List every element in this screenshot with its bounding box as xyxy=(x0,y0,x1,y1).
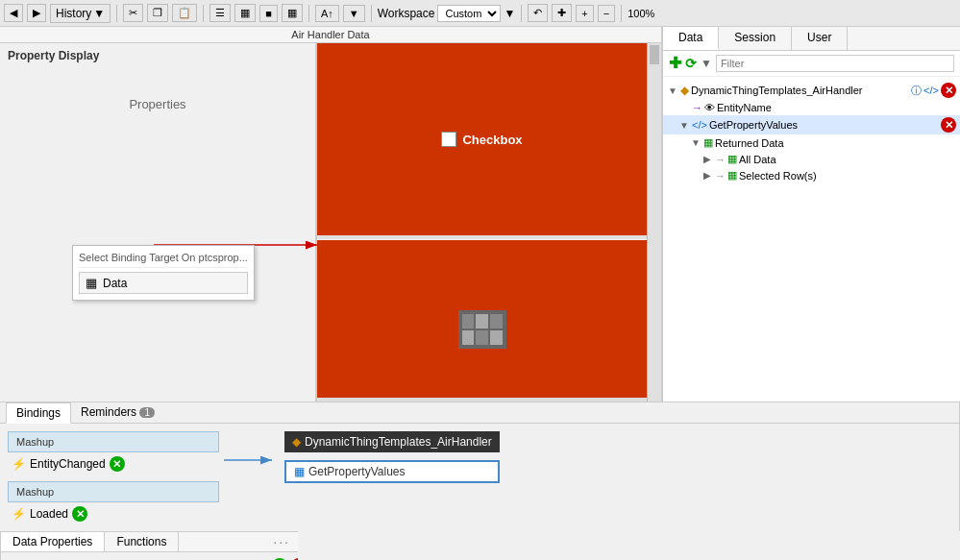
tree-item-all-data[interactable]: ▶ → ▦ All Data xyxy=(663,151,960,167)
tab-data-properties[interactable]: Data Properties xyxy=(1,532,105,551)
code-btn[interactable]: </> xyxy=(923,85,939,96)
paste-button[interactable]: 📋 xyxy=(172,4,197,22)
property-display-title: Property Display xyxy=(0,43,315,68)
bottom-section: Bindings Reminders 1 Mashup ⚡ EntityChan… xyxy=(0,402,960,560)
separator-3 xyxy=(308,5,309,22)
table-view-button[interactable]: ■ xyxy=(259,5,278,22)
binding-service-box[interactable]: ▦ GetPropertyValues xyxy=(284,460,500,483)
binding-event-entity-changed: ⚡ EntityChanged ✕ xyxy=(8,454,219,474)
tab-reminders[interactable]: Reminders 1 xyxy=(71,402,165,423)
copy-button[interactable]: ❐ xyxy=(147,4,168,22)
toggle-selected-rows[interactable]: ▶ xyxy=(702,170,713,181)
right-panel-tree: ▼ ◆ DynamicThingTemplates_AirHandler ⓘ <… xyxy=(663,77,960,402)
toggle-returned-data[interactable]: ▼ xyxy=(690,137,702,148)
binding-source-mashup-2: Mashup xyxy=(8,481,219,502)
table-icon-sel: ▦ xyxy=(727,169,737,182)
history-button[interactable]: History ▼ xyxy=(50,4,111,23)
workspace-label: Workspace xyxy=(378,7,435,20)
tab-functions[interactable]: Functions xyxy=(105,532,179,551)
zoom-display: 100% xyxy=(628,8,654,19)
binding-data-label: Data xyxy=(103,277,127,290)
delete-service-btn[interactable]: ✕ xyxy=(941,117,956,133)
delete-thing-btn[interactable]: ✕ xyxy=(941,83,956,98)
binding-popup: Select Binding Target On ptcsprop... ▦ D… xyxy=(72,245,255,301)
tree-item-entity-name[interactable]: ▶ → 👁 EntityName xyxy=(663,100,960,115)
filter-bar: ✚ ⟳ ▼ xyxy=(663,51,960,77)
tab-bindings[interactable]: Bindings xyxy=(6,402,71,424)
type2-button[interactable]: ▼ xyxy=(343,5,365,22)
add-data-button[interactable]: ✚ xyxy=(669,56,681,71)
cursor-button[interactable]: ↶ xyxy=(528,4,548,22)
binding-source-2: Mashup ⚡ Loaded ✕ xyxy=(8,481,219,523)
binding-data-item[interactable]: ▦ Data xyxy=(79,272,248,294)
event-label-entity-changed: EntityChanged xyxy=(30,457,106,471)
filter-input[interactable] xyxy=(716,55,954,72)
service-link[interactable]: DynamicThingTemplates_AirHandler:GetProp… xyxy=(5,556,294,560)
event-delete-btn-1[interactable]: ✕ xyxy=(110,456,125,472)
chart-view-button[interactable]: ▦ xyxy=(234,4,256,22)
lightning-icon-1: ⚡ xyxy=(12,457,26,471)
canvas-resize-handle[interactable] xyxy=(317,398,647,402)
forward-button[interactable]: ▶ xyxy=(27,4,46,22)
tab-user[interactable]: User xyxy=(792,27,848,50)
canvas-scrollbar-vertical[interactable] xyxy=(647,43,661,402)
more-options-btn[interactable]: ··· xyxy=(265,532,298,551)
back-button[interactable]: ◀ xyxy=(4,4,23,22)
canvas-bottom-section xyxy=(317,240,647,402)
toggle-get-property[interactable]: ▼ xyxy=(678,120,690,131)
binding-target-box: ◆ DynamicThingTemplates_AirHandler xyxy=(284,431,500,452)
checkbox-widget-area: Checkbox xyxy=(441,132,522,147)
info-btn[interactable]: ⓘ xyxy=(911,84,922,98)
arrow-icon-sel: → xyxy=(715,170,726,182)
connector-arrows-svg xyxy=(219,424,277,531)
tree-item-returned-data[interactable]: ▼ ▦ Returned Data xyxy=(663,134,960,151)
toggle-all-data[interactable]: ▶ xyxy=(702,154,713,164)
separator-4 xyxy=(371,5,372,22)
separator-2 xyxy=(203,5,204,22)
refresh-button[interactable]: ⟳ xyxy=(685,56,697,71)
separator-5 xyxy=(521,5,522,22)
tree-label-entity-name: EntityName xyxy=(717,102,956,113)
event-label-loaded: Loaded xyxy=(30,507,68,521)
binding-source-1: Mashup ⚡ EntityChanged ✕ xyxy=(8,431,219,474)
add-button[interactable]: + xyxy=(576,5,593,22)
tree-label-get-property: GetPropertyValues xyxy=(709,119,939,131)
grid-button[interactable]: ▦ xyxy=(282,4,303,22)
list-view-button[interactable]: ☰ xyxy=(209,4,231,22)
tree-label-returned-data: Returned Data xyxy=(715,137,956,149)
service-icon: </> xyxy=(692,119,707,131)
toggle-dynamic-thing[interactable]: ▼ xyxy=(667,85,678,96)
event-delete-btn-2[interactable]: ✕ xyxy=(72,506,87,522)
tree-item-dynamic-thing[interactable]: ▼ ◆ DynamicThingTemplates_AirHandler ⓘ <… xyxy=(663,81,960,100)
binding-service-label: GetPropertyValues xyxy=(308,465,406,478)
properties-label: Properties xyxy=(0,97,315,111)
binding-popup-title: Select Binding Target On ptcsprop... xyxy=(79,252,248,268)
target-thing-label: DynamicThingTemplates_AirHandler xyxy=(305,435,492,449)
entity-icon: → xyxy=(692,102,702,113)
tab-data[interactable]: Data xyxy=(663,27,719,50)
binding-sources: Mashup ⚡ EntityChanged ✕ Mashup ⚡ Loaded… xyxy=(8,431,219,523)
workspace-area: Workspace Custom ▼ xyxy=(378,5,516,22)
canvas-area: Air Handler Data Property Display Proper… xyxy=(0,27,662,402)
tree-label-dynamic-thing: DynamicThingTemplates_AirHandler xyxy=(691,85,909,96)
checkbox-label: Checkbox xyxy=(462,133,522,147)
reminders-badge: 1 xyxy=(139,407,155,418)
type-button[interactable]: A↑ xyxy=(315,5,339,22)
bottom-tabs: Bindings Reminders 1 xyxy=(0,402,959,424)
service-icon-binding: ▦ xyxy=(294,465,305,478)
right-bottom-panel: Data Properties Functions ··· DynamicThi… xyxy=(0,531,298,560)
pointer-button[interactable]: ✚ xyxy=(552,4,572,22)
canvas-container: Property Display Properties Select Bindi… xyxy=(0,43,661,402)
cut-button[interactable]: ✂ xyxy=(123,4,143,22)
tab-session[interactable]: Session xyxy=(719,27,792,50)
minus-button[interactable]: − xyxy=(598,5,615,22)
right-panel-tabs: Data Session User xyxy=(663,27,960,51)
tree-item-selected-rows[interactable]: ▶ → ▦ Selected Row(s) xyxy=(663,167,960,183)
table-icon: ▦ xyxy=(86,276,97,290)
filter-icon: ▼ xyxy=(701,57,712,70)
grid-widget-icon xyxy=(458,310,506,349)
tree-item-get-property[interactable]: ▼ </> GetPropertyValues ✕ xyxy=(663,115,960,134)
workspace-select[interactable]: Custom xyxy=(437,5,501,22)
entity-sub-icon: 👁 xyxy=(704,102,715,113)
property-display-panel: Property Display Properties Select Bindi… xyxy=(0,43,317,402)
